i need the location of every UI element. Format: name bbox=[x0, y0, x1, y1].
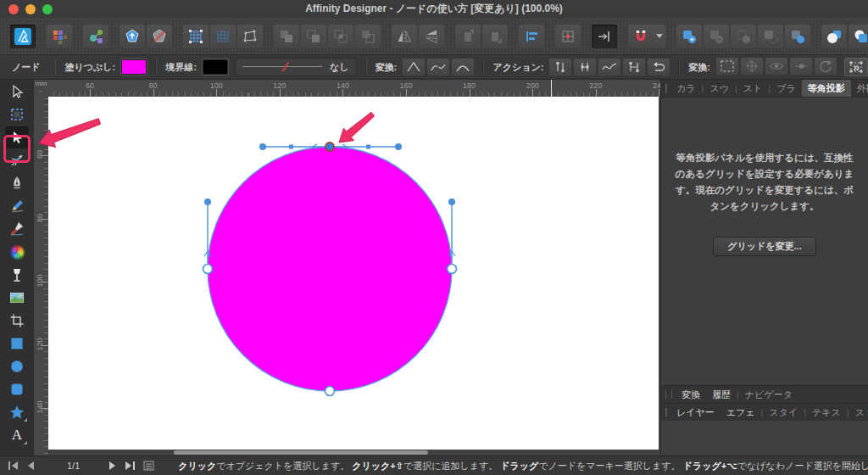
previous-page-button[interactable] bbox=[27, 461, 35, 470]
divider bbox=[678, 59, 680, 75]
control-handle[interactable] bbox=[448, 198, 455, 205]
tab-brushes[interactable]: ブラ bbox=[771, 80, 802, 97]
crop-tool[interactable] bbox=[5, 310, 29, 332]
stroke-color-swatch[interactable] bbox=[203, 59, 228, 75]
combine-back-button[interactable] bbox=[849, 25, 868, 48]
pages-list-button[interactable] bbox=[143, 461, 154, 471]
circle-over-square-icon bbox=[826, 28, 843, 45]
transform-mode-button[interactable] bbox=[716, 58, 738, 75]
place-image-tool[interactable] bbox=[5, 287, 29, 309]
control-handle[interactable] bbox=[204, 198, 211, 205]
move-tool[interactable] bbox=[5, 81, 29, 103]
panel-grip[interactable] bbox=[665, 390, 672, 399]
join-curves-button[interactable] bbox=[623, 59, 645, 75]
node-right[interactable] bbox=[448, 265, 457, 274]
fill-color-swatch[interactable] bbox=[121, 59, 147, 75]
tab-text[interactable]: テキス bbox=[806, 404, 847, 421]
mesh-warp-button[interactable] bbox=[237, 25, 263, 48]
flip-vertical-button[interactable] bbox=[419, 25, 444, 48]
vector-brush-tool[interactable] bbox=[5, 218, 29, 240]
first-page-button[interactable] bbox=[8, 461, 19, 470]
alignment-button[interactable] bbox=[519, 25, 544, 48]
tab-stroke[interactable]: スト bbox=[737, 80, 769, 97]
tab-navigator[interactable]: ナビゲータ bbox=[739, 386, 798, 403]
rounded-rectangle-tool[interactable] bbox=[5, 378, 29, 400]
node-left[interactable] bbox=[203, 265, 213, 274]
document-page[interactable] bbox=[48, 97, 659, 450]
close-curve-button[interactable] bbox=[574, 59, 596, 75]
tab-layers[interactable]: レイヤー bbox=[670, 404, 721, 421]
ruler-label: 200 bbox=[526, 81, 539, 90]
rectangle-tool[interactable] bbox=[5, 332, 29, 355]
ruler-unit-box[interactable]: mm⌄ bbox=[34, 80, 48, 97]
star-tool[interactable] bbox=[5, 401, 29, 423]
remove-fx-button[interactable] bbox=[147, 25, 172, 48]
export-persona-button[interactable] bbox=[83, 25, 108, 48]
main-toolbar bbox=[0, 18, 868, 54]
tab-stock[interactable]: ストッ bbox=[849, 404, 868, 421]
control-handle-left[interactable] bbox=[259, 143, 266, 150]
tab-styles[interactable]: スタイ bbox=[763, 404, 804, 421]
last-page-button[interactable] bbox=[125, 461, 135, 470]
tab-colour[interactable]: カラ bbox=[670, 80, 702, 97]
control-handle-right[interactable] bbox=[395, 143, 402, 150]
geometry-add-button[interactable] bbox=[676, 25, 702, 48]
ellipse-shape[interactable] bbox=[208, 147, 452, 391]
rectangle-icon bbox=[8, 335, 25, 352]
tab-swatches[interactable]: スウ bbox=[704, 80, 735, 97]
snap-options-button[interactable] bbox=[555, 25, 581, 48]
transparency-tool[interactable] bbox=[5, 264, 29, 286]
document-svg bbox=[48, 97, 659, 450]
node-bottom[interactable] bbox=[326, 387, 335, 396]
text-tool[interactable]: A bbox=[5, 424, 29, 446]
convert-to-smart-button[interactable] bbox=[427, 59, 449, 75]
node-tool[interactable] bbox=[5, 126, 29, 148]
ruler-left[interactable]: 6080100120140 bbox=[34, 97, 48, 455]
fill-tool[interactable] bbox=[5, 241, 29, 263]
arrange-back-icon bbox=[459, 28, 476, 45]
combine-front-button[interactable] bbox=[821, 25, 847, 48]
square-over-circle-icon bbox=[853, 28, 868, 45]
change-grid-button[interactable]: グリッドを変更... bbox=[713, 237, 815, 256]
pixel-persona-button[interactable] bbox=[47, 25, 72, 48]
node-top-selected[interactable] bbox=[326, 142, 334, 151]
reverse-curves-button[interactable] bbox=[648, 59, 670, 75]
snap-to-grid-button[interactable] bbox=[210, 25, 236, 48]
convert-to-sharp-button[interactable] bbox=[403, 59, 425, 75]
canvas-area[interactable]: mm⌄ 6080100120140160180200220240 6080100… bbox=[34, 80, 660, 455]
ellipse-tool[interactable] bbox=[5, 355, 29, 377]
tab-effects[interactable]: エフェ bbox=[721, 404, 761, 421]
pencil-tool[interactable] bbox=[5, 195, 29, 217]
move-by-whole-pixels-button[interactable] bbox=[592, 25, 617, 48]
geometry-divide-icon bbox=[789, 28, 806, 45]
ruler-label: 140 bbox=[36, 399, 44, 416]
ruler-top[interactable]: 6080100120140160180200220240 bbox=[48, 80, 660, 97]
tab-history[interactable]: 履歴 bbox=[706, 386, 737, 403]
affinity-persona-button[interactable] bbox=[10, 25, 36, 48]
insert-inside-button[interactable] bbox=[120, 25, 145, 48]
stroke-slider-track bbox=[242, 66, 322, 67]
show-handles-button bbox=[765, 58, 787, 75]
next-page-button[interactable] bbox=[108, 461, 116, 470]
divider bbox=[155, 59, 157, 75]
panel-grip[interactable] bbox=[665, 84, 667, 92]
snapping-dropdown-button[interactable] bbox=[654, 25, 665, 48]
stroke-width-slider[interactable]: なし bbox=[235, 58, 357, 76]
geometry-divide-button[interactable] bbox=[785, 25, 810, 48]
point-transform-tool[interactable] bbox=[5, 149, 29, 171]
status-segment: クリック bbox=[178, 461, 216, 471]
show-grid-button[interactable] bbox=[183, 25, 209, 48]
tab-transform[interactable]: 変換 bbox=[676, 386, 706, 403]
pen-tool[interactable] bbox=[5, 172, 29, 194]
tab-isometric[interactable]: 等角投影 bbox=[802, 80, 851, 97]
break-curve-button[interactable] bbox=[549, 59, 571, 75]
artboard-tool[interactable] bbox=[5, 103, 29, 126]
horizontal-scrollbar[interactable] bbox=[174, 450, 428, 455]
convert-to-smooth-button[interactable] bbox=[452, 59, 474, 75]
smooth-curve-button[interactable] bbox=[598, 59, 620, 75]
panel-grip[interactable] bbox=[665, 408, 667, 416]
tab-appearance[interactable]: 外観 bbox=[851, 80, 868, 97]
flip-horizontal-button[interactable] bbox=[392, 25, 417, 48]
overflow-chevron[interactable]: » bbox=[853, 60, 860, 74]
snapping-magnet-button[interactable] bbox=[628, 25, 654, 48]
